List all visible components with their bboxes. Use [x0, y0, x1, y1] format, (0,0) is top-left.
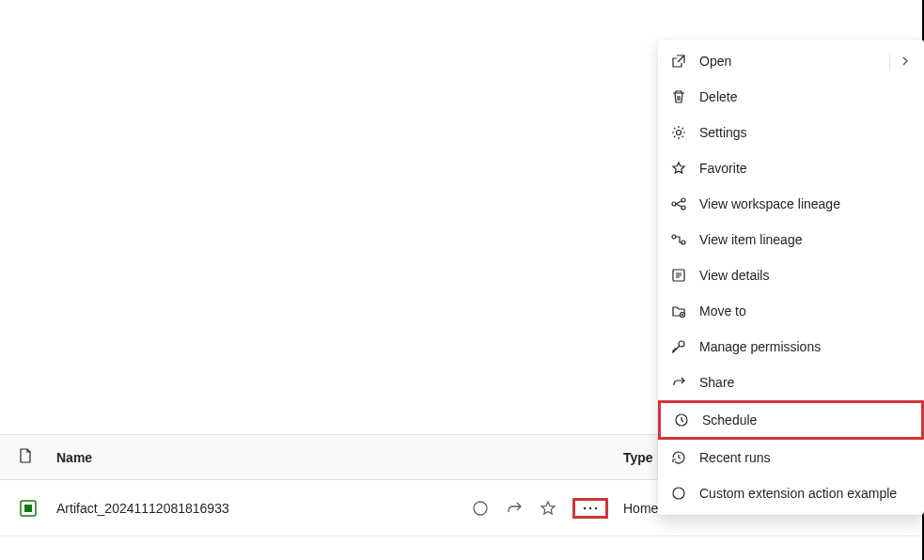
artifact-icon	[19, 499, 38, 518]
menu-label: Open	[699, 54, 889, 69]
menu-label: View details	[699, 268, 913, 283]
menu-workspace-lineage[interactable]: View workspace lineage	[658, 186, 924, 222]
delete-icon	[669, 87, 688, 106]
menu-label: Schedule	[702, 412, 910, 428]
menu-label: Favorite	[699, 161, 913, 176]
more-options-button[interactable]	[572, 498, 608, 519]
svg-point-5	[595, 506, 597, 508]
svg-point-2	[474, 502, 487, 515]
lineage-workspace-icon	[669, 194, 688, 213]
menu-move-to[interactable]: Move to	[658, 293, 924, 329]
svg-point-10	[672, 235, 676, 239]
menu-label: Delete	[699, 89, 913, 104]
menu-permissions[interactable]: Manage permissions	[658, 329, 924, 365]
menu-favorite[interactable]: Favorite	[658, 150, 924, 186]
menu-label: Custom extension action example	[699, 486, 913, 501]
context-menu: Open Delete Settings	[658, 39, 924, 515]
row-actions	[471, 498, 608, 519]
svg-point-16	[673, 488, 684, 499]
menu-label: Move to	[699, 303, 913, 319]
menu-label: Share	[699, 375, 913, 390]
chevron-right-icon	[898, 54, 913, 69]
moveto-icon	[669, 302, 688, 320]
menu-label: Settings	[699, 125, 913, 140]
svg-point-7	[672, 202, 676, 206]
permissions-icon	[669, 337, 688, 356]
menu-label: Recent runs	[699, 450, 913, 465]
menu-label: Manage permissions	[699, 339, 913, 354]
menu-recent-runs[interactable]: Recent runs	[658, 440, 924, 475]
menu-custom-extension[interactable]: Custom extension action example	[658, 475, 924, 511]
recent-icon	[669, 448, 688, 467]
svg-point-4	[589, 506, 591, 508]
column-header-name[interactable]: Name	[56, 450, 623, 465]
svg-point-3	[584, 506, 586, 508]
open-icon	[669, 52, 688, 70]
svg-point-11	[681, 241, 685, 244]
schedule-icon	[672, 411, 691, 429]
menu-settings[interactable]: Settings	[658, 115, 924, 150]
menu-label: View workspace lineage	[699, 196, 913, 211]
lineage-item-icon	[669, 230, 688, 249]
svg-rect-1	[24, 505, 32, 512]
radio-icon[interactable]	[471, 499, 490, 518]
menu-label: View item lineage	[699, 232, 913, 247]
menu-view-details[interactable]: View details	[658, 257, 924, 293]
svg-point-8	[681, 198, 685, 202]
item-name[interactable]: Artifact_20241112081816933	[56, 501, 471, 516]
menu-open[interactable]: Open	[658, 43, 924, 79]
share-icon	[669, 373, 688, 392]
details-icon	[669, 266, 688, 285]
menu-schedule[interactable]: Schedule	[658, 400, 924, 440]
menu-delete[interactable]: Delete	[658, 79, 924, 115]
share-row-icon[interactable]	[505, 499, 524, 518]
star-icon[interactable]	[539, 499, 557, 518]
svg-point-6	[677, 131, 681, 135]
settings-icon	[669, 123, 688, 142]
svg-point-9	[681, 206, 685, 210]
document-icon	[19, 448, 32, 466]
menu-share[interactable]: Share	[658, 365, 924, 400]
menu-divider	[889, 52, 890, 70]
custom-icon	[669, 484, 688, 503]
favorite-icon	[669, 159, 688, 178]
menu-item-lineage[interactable]: View item lineage	[658, 222, 924, 257]
